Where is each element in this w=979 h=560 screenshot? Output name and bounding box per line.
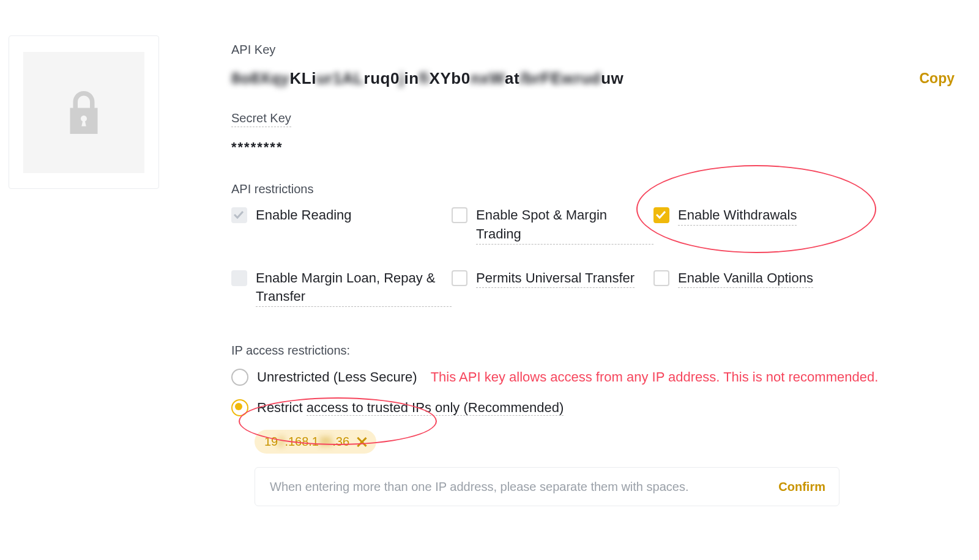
trusted-ip-chip: 192.168.135.36 [255,430,376,454]
checkbox-label: Enable Reading [256,206,352,225]
lock-thumbnail [23,52,144,173]
api-key-card [9,35,159,189]
checkbox-enable-reading: Enable Reading [231,206,452,245]
ip-warning-text: This API key allows access from any IP a… [431,369,879,385]
radio-unrestricted[interactable]: Unrestricted (Less Secure) This API key … [231,369,955,386]
checkbox-icon [231,207,247,223]
checkbox-icon [452,207,467,223]
radio-icon [231,399,248,416]
confirm-ip-button[interactable]: Confirm [778,480,825,494]
lock-icon [65,91,102,134]
ip-restrictions-label: IP access restrictions: [231,344,955,358]
remove-ip-icon[interactable] [357,437,367,447]
api-key-label: API Key [231,43,955,57]
checkbox-icon [653,270,669,286]
checkbox-universal-transfer[interactable]: Permits Universal Transfer [452,269,653,308]
checkbox-label: Permits Universal Transfer [476,269,635,289]
radio-label: Restrict access to trusted IPs only (Rec… [257,400,564,416]
checkbox-label: Enable Spot & Margin Trading [476,206,653,245]
api-restrictions-label: API restrictions [231,182,955,196]
checkbox-label: Enable Withdrawals [678,206,797,226]
checkbox-vanilla-options[interactable]: Enable Vanilla Options [653,269,855,308]
checkbox-label: Enable Margin Loan, Repay & Transfer [256,269,452,308]
ip-address-input[interactable] [269,479,766,495]
copy-api-key-link[interactable]: Copy [920,70,955,87]
checkbox-enable-withdrawals[interactable]: Enable Withdrawals [653,206,855,245]
checkbox-icon [452,270,467,286]
secret-key-value: ******** [231,139,955,155]
checkbox-icon [231,270,247,286]
secret-key-label: Secret Key [231,111,291,127]
checkbox-icon [653,207,669,223]
checkbox-enable-margin-loan: Enable Margin Loan, Repay & Transfer [231,269,452,308]
api-key-value: 8o8XqyKLiur1ALruq0jinfiXYb0nxWat/brFEwru… [231,69,901,88]
trusted-ip-value: 192.168.135.36 [264,435,349,449]
radio-restrict-trusted[interactable]: Restrict access to trusted IPs only (Rec… [231,399,955,416]
radio-label: Unrestricted (Less Secure) [257,369,417,385]
radio-icon [231,369,248,386]
ip-input-row: Confirm [255,467,839,506]
checkbox-enable-spot[interactable]: Enable Spot & Margin Trading [452,206,653,245]
checkbox-label: Enable Vanilla Options [678,269,813,289]
